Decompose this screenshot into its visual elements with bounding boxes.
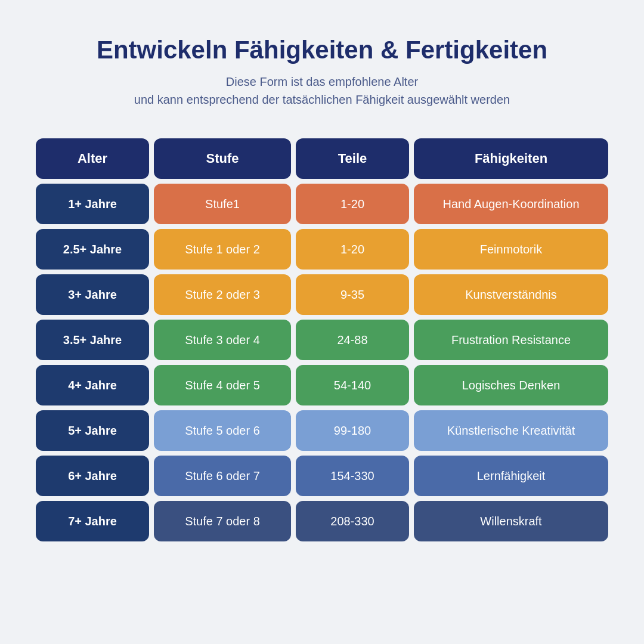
- teile-cell: 1-20: [296, 184, 409, 224]
- subtitle-line2: und kann entsprechend der tatsächlichen …: [134, 93, 510, 106]
- table-row: 7+ Jahre Stufe 7 oder 8 208-330 Willensk…: [36, 501, 608, 541]
- teile-cell: 1-20: [296, 229, 409, 270]
- table-row: 4+ Jahre Stufe 4 oder 5 54-140 Logisches…: [36, 365, 608, 405]
- table-row: 5+ Jahre Stufe 5 oder 6 99-180 Künstleri…: [36, 410, 608, 451]
- skill-cell: Willenskraft: [414, 501, 608, 541]
- stufe-cell: Stufe 5 oder 6: [154, 410, 291, 451]
- age-cell: 3.5+ Jahre: [36, 320, 149, 360]
- stufe-cell: Stufe 7 oder 8: [154, 501, 291, 541]
- page-title: Entwickeln Fähigkeiten & Fertigkeiten: [97, 36, 547, 64]
- age-cell: 2.5+ Jahre: [36, 229, 149, 270]
- skill-cell: Frustration Resistance: [414, 320, 608, 360]
- subtitle: Diese Form ist das empfohlene Alter und …: [134, 73, 510, 109]
- teile-cell: 208-330: [296, 501, 409, 541]
- skill-cell: Lernfähigkeit: [414, 456, 608, 496]
- stufe-cell: Stufe 1 oder 2: [154, 229, 291, 270]
- stufe-cell: Stufe 6 oder 7: [154, 456, 291, 496]
- skill-cell: Feinmotorik: [414, 229, 608, 270]
- table-row: 2.5+ Jahre Stufe 1 oder 2 1-20 Feinmotor…: [36, 229, 608, 270]
- table-row: 1+ Jahre Stufe1 1-20 Hand Augen-Koordina…: [36, 184, 608, 224]
- header-fahigkeiten: Fähigkeiten: [414, 138, 608, 179]
- table-row: 3.5+ Jahre Stufe 3 oder 4 24-88 Frustrat…: [36, 320, 608, 360]
- table-row: 6+ Jahre Stufe 6 oder 7 154-330 Lernfähi…: [36, 456, 608, 496]
- teile-cell: 24-88: [296, 320, 409, 360]
- age-cell: 7+ Jahre: [36, 501, 149, 541]
- age-cell: 1+ Jahre: [36, 184, 149, 224]
- stufe-cell: Stufe 4 oder 5: [154, 365, 291, 405]
- skill-cell: Kunstverständnis: [414, 274, 608, 315]
- subtitle-line1: Diese Form ist das empfohlene Alter: [226, 75, 418, 88]
- header-stufe: Stufe: [154, 138, 291, 179]
- stufe-cell: Stufe 3 oder 4: [154, 320, 291, 360]
- age-cell: 3+ Jahre: [36, 274, 149, 315]
- page-container: Entwickeln Fähigkeiten & Fertigkeiten Di…: [0, 0, 644, 644]
- skills-table: Alter Stufe Teile Fähigkeiten 1+ Jahre S…: [36, 138, 608, 546]
- age-cell: 4+ Jahre: [36, 365, 149, 405]
- header-alter: Alter: [36, 138, 149, 179]
- skill-cell: Logisches Denken: [414, 365, 608, 405]
- teile-cell: 154-330: [296, 456, 409, 496]
- age-cell: 6+ Jahre: [36, 456, 149, 496]
- header-teile: Teile: [296, 138, 409, 179]
- teile-cell: 9-35: [296, 274, 409, 315]
- stufe-cell: Stufe1: [154, 184, 291, 224]
- stufe-cell: Stufe 2 oder 3: [154, 274, 291, 315]
- skill-cell: Hand Augen-Koordination: [414, 184, 608, 224]
- age-cell: 5+ Jahre: [36, 410, 149, 451]
- table-header: Alter Stufe Teile Fähigkeiten: [36, 138, 608, 179]
- teile-cell: 54-140: [296, 365, 409, 405]
- skill-cell: Künstlerische Kreativität: [414, 410, 608, 451]
- teile-cell: 99-180: [296, 410, 409, 451]
- table-row: 3+ Jahre Stufe 2 oder 3 9-35 Kunstverstä…: [36, 274, 608, 315]
